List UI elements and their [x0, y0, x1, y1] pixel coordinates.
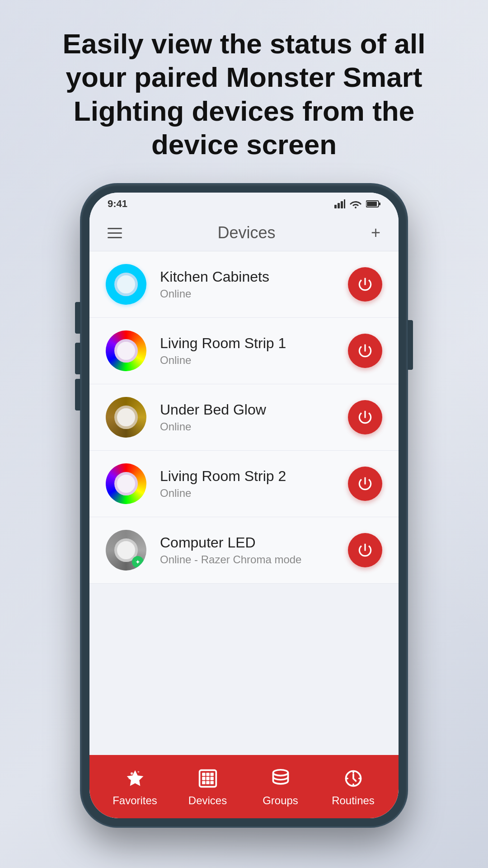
svg-rect-3 — [344, 199, 345, 208]
svg-point-7 — [130, 772, 133, 775]
routines-label: Routines — [332, 794, 375, 807]
device-item-living-room-strip-1[interactable]: Living Room Strip 1 Online — [89, 318, 399, 384]
power-button-lr2[interactable] — [348, 467, 382, 501]
menu-line-1 — [108, 228, 122, 229]
razer-chroma-badge: ✦ — [132, 556, 144, 568]
svg-rect-19 — [210, 781, 213, 784]
device-list: Kitchen Cabinets Online Living Room Stri… — [89, 251, 399, 755]
svg-rect-6 — [379, 203, 380, 205]
svg-rect-15 — [206, 777, 209, 780]
menu-button[interactable] — [108, 228, 122, 238]
device-item-computer-led[interactable]: ✦ Computer LED Online - Razer Chroma mod… — [89, 517, 399, 584]
svg-rect-1 — [338, 203, 340, 208]
phone-mockup: 9:41 — [81, 184, 407, 826]
devices-label: Devices — [188, 794, 227, 807]
device-info-ubg: Under Bed Glow Online — [160, 401, 348, 433]
device-icon-ubg — [106, 397, 146, 438]
device-status-comp: Online - Razer Chroma mode — [160, 553, 348, 566]
battery-icon — [366, 200, 380, 208]
signal-icon — [334, 199, 345, 208]
bottom-navigation: Favorites — [89, 755, 399, 818]
page-title: Devices — [217, 223, 275, 242]
status-icons — [334, 199, 380, 208]
device-icon-comp: ✦ — [106, 530, 146, 571]
menu-line-2 — [108, 232, 122, 234]
device-name-ubg: Under Bed Glow — [160, 401, 348, 418]
groups-icon — [268, 766, 293, 791]
svg-rect-11 — [202, 773, 205, 776]
svg-rect-2 — [341, 201, 343, 208]
svg-rect-17 — [202, 781, 205, 784]
device-info-lr2: Living Room Strip 2 Online — [160, 467, 348, 499]
device-info-lr1: Living Room Strip 1 Online — [160, 335, 348, 366]
svg-point-8 — [137, 771, 139, 773]
routines-icon — [341, 766, 366, 791]
nav-item-groups[interactable]: Groups — [244, 766, 317, 807]
power-icon-kitchen-cabinets — [357, 276, 374, 293]
favorites-icon — [123, 766, 147, 791]
status-bar: 9:41 — [89, 193, 399, 215]
svg-point-9 — [128, 778, 130, 779]
power-icon-lr2 — [357, 475, 374, 492]
menu-line-3 — [108, 237, 122, 238]
device-info-comp: Computer LED Online - Razer Chroma mode — [160, 534, 348, 566]
power-icon-lr1 — [357, 342, 374, 359]
devices-icon — [196, 766, 220, 791]
device-status-lr1: Online — [160, 354, 348, 367]
power-button-comp[interactable] — [348, 533, 382, 567]
svg-rect-12 — [206, 773, 209, 776]
device-icon-kitchen-cabinets — [106, 264, 146, 305]
status-time: 9:41 — [108, 198, 127, 210]
svg-rect-13 — [210, 773, 213, 776]
groups-label: Groups — [263, 794, 298, 807]
power-button-lr1[interactable] — [348, 334, 382, 368]
power-button-ubg[interactable] — [348, 400, 382, 434]
svg-rect-18 — [206, 781, 209, 784]
device-info-kitchen-cabinets: Kitchen Cabinets Online — [160, 268, 348, 300]
svg-rect-16 — [210, 777, 213, 780]
device-name-lr2: Living Room Strip 2 — [160, 467, 348, 485]
device-item-under-bed-glow[interactable]: Under Bed Glow Online — [89, 384, 399, 451]
wifi-icon — [350, 199, 361, 208]
power-button-kitchen-cabinets[interactable] — [348, 267, 382, 302]
device-status-kitchen-cabinets: Online — [160, 288, 348, 300]
device-status-lr2: Online — [160, 487, 348, 500]
svg-point-20 — [273, 769, 288, 775]
power-icon-comp — [357, 542, 374, 559]
nav-item-routines[interactable]: Routines — [317, 766, 389, 807]
device-icon-lr2 — [106, 463, 146, 504]
svg-rect-14 — [202, 777, 205, 780]
device-item-kitchen-cabinets[interactable]: Kitchen Cabinets Online — [89, 251, 399, 318]
phone-screen: 9:41 — [89, 193, 399, 818]
device-item-living-room-strip-2[interactable]: Living Room Strip 2 Online — [89, 451, 399, 517]
nav-item-devices[interactable]: Devices — [171, 766, 244, 807]
nav-item-favorites[interactable]: Favorites — [99, 766, 171, 807]
svg-rect-0 — [334, 205, 337, 208]
phone-outer-shell: 9:41 — [81, 184, 407, 826]
device-status-ubg: Online — [160, 420, 348, 433]
headline-text: Easily view the status of all your paire… — [0, 0, 488, 180]
device-name-comp: Computer LED — [160, 534, 348, 551]
device-name-lr1: Living Room Strip 1 — [160, 335, 348, 352]
device-icon-lr1 — [106, 330, 146, 371]
favorites-label: Favorites — [113, 794, 157, 807]
device-name-kitchen-cabinets: Kitchen Cabinets — [160, 268, 348, 285]
add-device-button[interactable]: + — [371, 225, 380, 241]
power-icon-ubg — [357, 409, 374, 426]
svg-rect-5 — [367, 202, 377, 206]
app-header: Devices + — [89, 215, 399, 251]
